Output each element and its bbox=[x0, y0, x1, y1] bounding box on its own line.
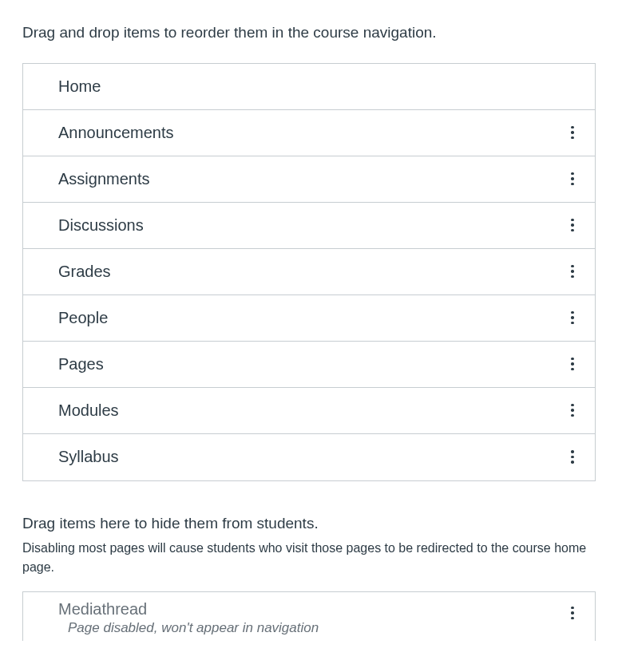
nav-item-label: Modules bbox=[58, 401, 119, 420]
kebab-menu-icon[interactable] bbox=[565, 262, 580, 281]
kebab-menu-icon[interactable] bbox=[565, 401, 580, 420]
nav-item-label: People bbox=[58, 309, 108, 327]
nav-item[interactable]: People bbox=[23, 295, 595, 342]
nav-item-label: Pages bbox=[58, 355, 104, 374]
kebab-menu-icon[interactable] bbox=[565, 123, 580, 142]
nav-item-label: Home bbox=[58, 77, 101, 96]
reorder-instruction: Drag and drop items to reorder them in t… bbox=[22, 22, 596, 44]
nav-item[interactable]: Modules bbox=[23, 388, 595, 434]
nav-item-disabled[interactable]: MediathreadPage disabled, won't appear i… bbox=[23, 592, 595, 641]
kebab-menu-icon[interactable] bbox=[565, 308, 580, 327]
nav-item[interactable]: Grades bbox=[23, 249, 595, 295]
hide-note: Disabling most pages will cause students… bbox=[22, 539, 596, 577]
nav-item[interactable]: Discussions bbox=[23, 203, 595, 249]
nav-item-label: Grades bbox=[58, 263, 111, 281]
kebab-menu-icon[interactable] bbox=[565, 169, 580, 188]
nav-item-sublabel: Page disabled, won't appear in navigatio… bbox=[68, 620, 319, 636]
kebab-menu-icon[interactable] bbox=[565, 603, 580, 623]
nav-item[interactable]: Assignments bbox=[23, 156, 595, 203]
hidden-nav-list: MediathreadPage disabled, won't appear i… bbox=[22, 591, 596, 641]
nav-item-label: Mediathread bbox=[58, 600, 319, 619]
kebab-menu-icon[interactable] bbox=[565, 354, 580, 374]
kebab-menu-icon[interactable] bbox=[565, 215, 580, 235]
nav-item-label: Announcements bbox=[58, 124, 174, 142]
nav-item[interactable]: Announcements bbox=[23, 110, 595, 156]
nav-item-label: Assignments bbox=[58, 170, 150, 188]
kebab-menu-icon[interactable] bbox=[565, 448, 580, 467]
nav-item-label: Syllabus bbox=[58, 448, 119, 466]
visible-nav-list: HomeAnnouncementsAssignmentsDiscussionsG… bbox=[22, 63, 596, 481]
hide-instruction: Drag items here to hide them from studen… bbox=[22, 513, 596, 535]
nav-item-label: Discussions bbox=[58, 216, 144, 235]
nav-item[interactable]: Home bbox=[23, 64, 595, 110]
nav-item[interactable]: Pages bbox=[23, 342, 595, 388]
nav-item[interactable]: Syllabus bbox=[23, 434, 595, 480]
